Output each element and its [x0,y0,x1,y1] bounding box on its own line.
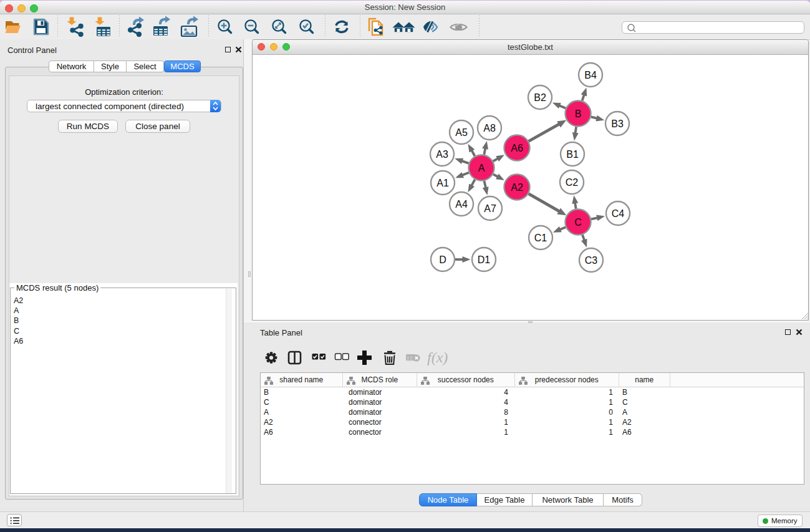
svg-text:A6: A6 [511,143,523,153]
svg-text:B1: B1 [566,149,579,160]
svg-text:A1: A1 [436,178,449,188]
svg-text:B2: B2 [534,92,546,103]
svg-text:B3: B3 [611,118,624,129]
svg-text:A: A [478,163,485,173]
svg-text:A7: A7 [484,203,496,214]
svg-text:A4: A4 [455,199,468,210]
svg-text:A2: A2 [511,182,523,193]
svg-text:A5: A5 [455,127,468,138]
svg-text:B: B [575,109,582,119]
svg-text:A3: A3 [436,149,448,160]
svg-text:C1: C1 [534,233,547,243]
svg-text:A8: A8 [483,123,496,133]
svg-text:C3: C3 [585,255,598,266]
svg-text:D1: D1 [478,254,491,265]
svg-text:C4: C4 [612,208,625,219]
svg-text:C2: C2 [566,177,579,188]
svg-text:C: C [574,217,582,228]
svg-text:D: D [439,254,446,265]
svg-text:B4: B4 [584,70,597,80]
